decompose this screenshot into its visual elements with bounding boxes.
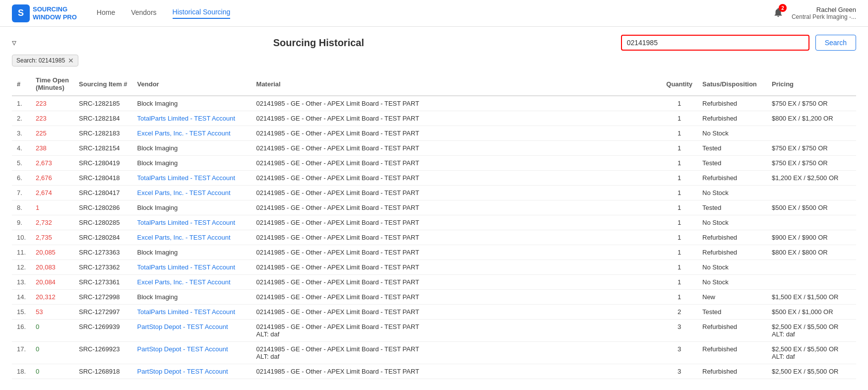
cell-src: SRC-1273363 xyxy=(74,245,132,260)
user-info[interactable]: Rachel Green Central Perk Imaging -... xyxy=(792,6,856,20)
cell-status: No Stock xyxy=(697,215,767,230)
vendor-link[interactable]: TotalParts Limited - TEST Account xyxy=(137,308,236,316)
cell-src: SRC-1280417 xyxy=(74,186,132,200)
cell-pricing: $800 EX / $800 OR xyxy=(767,245,856,260)
table-row: 4.238SRC-1282154Block Imaging02141985 - … xyxy=(12,141,856,156)
cell-material: 02141985 - GE - Other - APEX Limit Board… xyxy=(251,320,662,342)
cell-src: SRC-1280419 xyxy=(74,156,132,171)
cell-num: 9. xyxy=(12,215,31,230)
cell-time: 0 xyxy=(31,364,74,379)
cell-pricing: $750 EX / $750 OR xyxy=(767,141,856,156)
cell-src: SRC-1282183 xyxy=(74,126,132,141)
filter-tag-close[interactable]: ✕ xyxy=(68,57,74,65)
cell-pricing: $800 EX / $1,200 OR xyxy=(767,111,856,126)
cell-vendor: Block Imaging xyxy=(132,290,251,305)
cell-qty: 1 xyxy=(661,126,697,141)
vendor-link[interactable]: PartStop Depot - TEST Account xyxy=(137,345,228,353)
notification-count: 2 xyxy=(779,4,787,12)
vendor-link[interactable]: TotalParts Limited - TEST Account xyxy=(137,263,236,271)
cell-src: SRC-1272997 xyxy=(74,305,132,320)
cell-pricing: $2,500 EX / $5,500 ORALT: daf xyxy=(767,342,856,364)
vendor-link[interactable]: PartStop Depot - TEST Account xyxy=(137,368,228,375)
vendor-link[interactable]: TotalParts Limited - TEST Account xyxy=(137,174,236,182)
cell-time: 20,312 xyxy=(31,290,74,305)
cell-vendor[interactable]: Excel Parts, Inc. - TEST Account xyxy=(132,186,251,200)
navbar-right: 2 Rachel Green Central Perk Imaging -... xyxy=(773,6,856,20)
cell-vendor[interactable]: PartStop Depot - TEST Account xyxy=(132,364,251,379)
cell-src: SRC-1272998 xyxy=(74,290,132,305)
vendor-link[interactable]: TotalParts Limited - TEST Account xyxy=(137,219,236,226)
search-input[interactable] xyxy=(627,39,804,47)
cell-time: 1 xyxy=(31,200,74,215)
col-header-src: Sourcing Item # xyxy=(74,72,132,96)
sourcing-table: # Time Open(Minutes) Sourcing Item # Ven… xyxy=(12,72,856,379)
cell-src: SRC-1280286 xyxy=(74,200,132,215)
cell-status: Refurbished xyxy=(697,245,767,260)
table-row: 8.1SRC-1280286Block Imaging02141985 - GE… xyxy=(12,200,856,215)
cell-src: SRC-1282154 xyxy=(74,141,132,156)
cell-num: 7. xyxy=(12,186,31,200)
vendor-link[interactable]: Excel Parts, Inc. - TEST Account xyxy=(137,234,231,241)
table-row: 1.223SRC-1282185Block Imaging02141985 - … xyxy=(12,96,856,111)
cell-num: 2. xyxy=(12,111,31,126)
cell-time: 2,674 xyxy=(31,186,74,200)
table-row: 15.53SRC-1272997TotalParts Limited - TES… xyxy=(12,305,856,320)
table-row: 12.20,083SRC-1273362TotalParts Limited -… xyxy=(12,260,856,275)
cell-src: SRC-1268918 xyxy=(74,364,132,379)
nav-vendors[interactable]: Vendors xyxy=(131,8,156,18)
cell-pricing: $750 EX / $750 OR xyxy=(767,96,856,111)
cell-time: 2,735 xyxy=(31,230,74,245)
cell-vendor[interactable]: Excel Parts, Inc. - TEST Account xyxy=(132,126,251,141)
nav-links: Home Vendors Historical Sourcing xyxy=(97,8,773,19)
col-header-pricing: Pricing xyxy=(767,72,856,96)
vendor-link[interactable]: Excel Parts, Inc. - TEST Account xyxy=(137,189,231,196)
vendor-link[interactable]: TotalParts Limited - TEST Account xyxy=(137,115,236,122)
cell-src: SRC-1282184 xyxy=(74,111,132,126)
search-button[interactable]: Search xyxy=(815,35,856,51)
vendor-link[interactable]: Excel Parts, Inc. - TEST Account xyxy=(137,278,231,286)
cell-status: New xyxy=(697,290,767,305)
table-row: 5.2,673SRC-1280419Block Imaging02141985 … xyxy=(12,156,856,171)
cell-pricing xyxy=(767,186,856,200)
cell-vendor[interactable]: PartStop Depot - TEST Account xyxy=(132,342,251,364)
user-name: Rachel Green xyxy=(792,6,856,13)
cell-vendor[interactable]: Excel Parts, Inc. - TEST Account xyxy=(132,275,251,290)
cell-qty: 1 xyxy=(661,245,697,260)
main-content: ▿ Sourcing Historical Search Search: 021… xyxy=(0,27,868,387)
nav-home[interactable]: Home xyxy=(97,8,115,18)
table-row: 10.2,735SRC-1280284Excel Parts, Inc. - T… xyxy=(12,230,856,245)
cell-vendor[interactable]: TotalParts Limited - TEST Account xyxy=(132,215,251,230)
cell-material: 02141985 - GE - Other - APEX Limit Board… xyxy=(251,126,662,141)
cell-vendor[interactable]: TotalParts Limited - TEST Account xyxy=(132,260,251,275)
nav-historical-sourcing[interactable]: Historical Sourcing xyxy=(173,8,231,19)
notification-bell[interactable]: 2 xyxy=(773,7,784,19)
cell-src: SRC-1273362 xyxy=(74,260,132,275)
cell-num: 5. xyxy=(12,156,31,171)
cell-status: Refurbished xyxy=(697,111,767,126)
cell-material: 02141985 - GE - Other - APEX Limit Board… xyxy=(251,245,662,260)
vendor-link[interactable]: Excel Parts, Inc. - TEST Account xyxy=(137,130,231,137)
logo[interactable]: S SOURCINGWINDOW PRO xyxy=(12,4,77,22)
cell-vendor[interactable]: TotalParts Limited - TEST Account xyxy=(132,111,251,126)
filter-icon[interactable]: ▿ xyxy=(12,37,16,48)
cell-qty: 1 xyxy=(661,275,697,290)
cell-vendor[interactable]: TotalParts Limited - TEST Account xyxy=(132,171,251,186)
cell-material: 02141985 - GE - Other - APEX Limit Board… xyxy=(251,260,662,275)
cell-pricing: $2,500 EX / $5,500 ORALT: daf xyxy=(767,320,856,342)
cell-pricing: $500 EX / $500 OR xyxy=(767,200,856,215)
table-row: 14.20,312SRC-1272998Block Imaging0214198… xyxy=(12,290,856,305)
cell-vendor[interactable]: Excel Parts, Inc. - TEST Account xyxy=(132,230,251,245)
table-body: 1.223SRC-1282185Block Imaging02141985 - … xyxy=(12,96,856,379)
vendor-link[interactable]: PartStop Depot - TEST Account xyxy=(137,323,228,330)
cell-pricing xyxy=(767,215,856,230)
data-table-wrapper: # Time Open(Minutes) Sourcing Item # Ven… xyxy=(12,72,856,379)
cell-qty: 3 xyxy=(661,320,697,342)
cell-num: 16. xyxy=(12,320,31,342)
cell-num: 10. xyxy=(12,230,31,245)
cell-vendor[interactable]: PartStop Depot - TEST Account xyxy=(132,320,251,342)
cell-status: No Stock xyxy=(697,186,767,200)
cell-vendor[interactable]: TotalParts Limited - TEST Account xyxy=(132,305,251,320)
cell-status: Refurbished xyxy=(697,320,767,342)
cell-material: 02141985 - GE - Other - APEX Limit Board… xyxy=(251,215,662,230)
cell-num: 17. xyxy=(12,342,31,364)
